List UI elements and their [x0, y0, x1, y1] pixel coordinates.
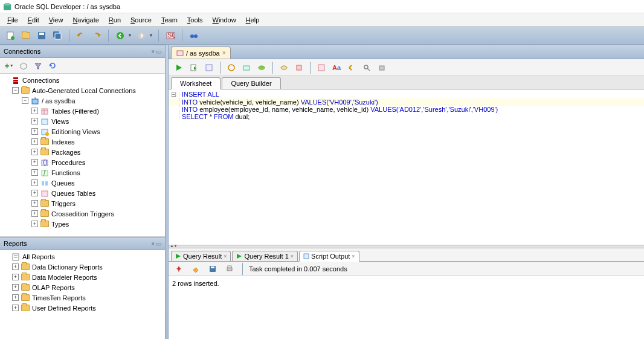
results-panel: Query Result× Query Result 1× Script Out… — [169, 248, 644, 339]
svg-text:ƒ: ƒ — [43, 169, 47, 176]
close-icon[interactable]: × — [224, 253, 227, 259]
tree-functions[interactable]: +ƒFunctions — [0, 167, 165, 178]
sql-editor[interactable]: ⊟INSERT ALL INTO vehicle(vehicle_id, veh… — [169, 89, 644, 245]
menu-window[interactable]: Window — [207, 15, 240, 25]
menu-file[interactable]: File — [2, 15, 23, 25]
open-button[interactable] — [19, 29, 33, 42]
menu-edit[interactable]: Edit — [23, 15, 44, 25]
tree-types[interactable]: +Types — [0, 219, 165, 229]
restore-icon[interactable]: ▭ — [156, 48, 161, 55]
refresh-button[interactable] — [46, 59, 59, 73]
menu-navigate[interactable]: Navigate — [68, 15, 103, 25]
tree-data-dict-reports[interactable]: +Data Dictionary Reports — [0, 262, 165, 272]
upper-lower-button[interactable]: Aa — [330, 61, 343, 74]
unshared-button[interactable] — [292, 61, 306, 74]
back-button[interactable]: ▼ — [114, 29, 132, 42]
tree-connection[interactable]: −/ as sysdba — [0, 95, 165, 106]
document-tab-sysdba[interactable]: / as sysdba × — [171, 47, 231, 59]
tree-data-modeler-reports[interactable]: +Data Modeler Reports — [0, 272, 165, 282]
svg-rect-50 — [228, 266, 231, 268]
editor-toolbar: Aa — [169, 59, 644, 76]
reports-restore-icon[interactable]: ▭ — [156, 241, 161, 247]
close-tab-icon[interactable]: × — [222, 50, 226, 56]
undo-button[interactable] — [74, 29, 88, 42]
tree-crossedition-triggers[interactable]: +Crossedition Triggers — [0, 208, 165, 219]
menu-help[interactable]: Help — [241, 15, 265, 25]
svg-point-13 — [194, 34, 198, 38]
bookmark-button[interactable] — [375, 61, 388, 74]
svg-point-9 — [138, 32, 145, 39]
clear-button[interactable] — [315, 61, 328, 74]
menu-run[interactable]: Run — [104, 15, 126, 25]
rollback-button[interactable] — [277, 61, 291, 74]
title-bar: Oracle SQL Developer : / as sysdba — [0, 0, 644, 13]
minimize-icon[interactable]: × — [151, 48, 155, 55]
menu-team[interactable]: Team — [156, 15, 182, 25]
save-button[interactable] — [35, 29, 48, 42]
save-all-button[interactable] — [51, 29, 64, 42]
tab-query-builder[interactable]: Query Builder — [222, 77, 280, 89]
connections-tree[interactable]: Connections −Auto-Generated Local Connec… — [0, 74, 165, 236]
reports-tree[interactable]: All Reports +Data Dictionary Reports +Da… — [0, 250, 165, 339]
new-button[interactable] — [4, 29, 17, 42]
tree-all-reports[interactable]: All Reports — [0, 251, 165, 262]
autotrace-button[interactable] — [225, 61, 238, 74]
svg-rect-49 — [227, 268, 232, 271]
script-output-body[interactable]: 2 rows inserted. — [169, 276, 644, 339]
tree-packages[interactable]: +Packages — [0, 147, 165, 157]
close-icon[interactable]: × — [352, 253, 355, 259]
erase-button[interactable] — [189, 262, 202, 276]
binoculars-button[interactable] — [187, 29, 201, 42]
explain-plan-button[interactable] — [202, 61, 216, 74]
sql-button[interactable]: SQL — [164, 29, 177, 42]
tree-timesten-reports[interactable]: +TimesTen Reports — [0, 292, 165, 303]
menu-bar: File Edit View Navigate Run Source Team … — [0, 13, 644, 27]
tree-tables[interactable]: +Tables (Filtered) — [0, 106, 165, 116]
pin-button[interactable] — [172, 262, 185, 276]
tree-user-defined-reports[interactable]: +User Defined Reports — [0, 303, 165, 313]
new-connection-button[interactable]: +▼ — [2, 59, 16, 73]
tab-query-result[interactable]: Query Result× — [171, 251, 231, 261]
close-icon[interactable]: × — [291, 253, 294, 259]
tree-procedures[interactable]: +()Procedures — [0, 157, 165, 167]
sql-tuning-button[interactable] — [240, 61, 253, 74]
tree-views[interactable]: +Views — [0, 116, 165, 126]
redo-button[interactable] — [90, 29, 103, 42]
reports-minimize-icon[interactable]: × — [151, 241, 155, 247]
horizontal-splitter[interactable] — [169, 245, 644, 248]
menu-view[interactable]: View — [44, 15, 68, 25]
tree-queues-tables[interactable]: +Queues Tables — [0, 188, 165, 198]
save-output-button[interactable] — [206, 262, 219, 276]
svg-rect-38 — [243, 66, 250, 70]
tab-script-output[interactable]: Script Output× — [299, 251, 359, 262]
run-script-button[interactable] — [187, 61, 201, 74]
tree-auto-gen[interactable]: −Auto-Generated Local Connections — [0, 85, 165, 95]
svg-rect-7 — [55, 33, 61, 39]
print-button[interactable] — [223, 262, 236, 276]
tree-indexes[interactable]: +Indexes — [0, 137, 165, 147]
svg-rect-36 — [206, 65, 212, 71]
find-button[interactable] — [360, 61, 373, 74]
commit-button[interactable] — [255, 61, 268, 74]
tree-queues[interactable]: +Queues — [0, 178, 165, 188]
tab-query-result-1[interactable]: Query Result 1× — [232, 251, 298, 261]
filter-button[interactable] — [31, 59, 45, 73]
tree-triggers[interactable]: +Triggers — [0, 198, 165, 208]
run-statement-button[interactable] — [172, 61, 185, 74]
svg-point-40 — [281, 66, 287, 69]
svg-point-3 — [11, 36, 14, 40]
tab-worksheet[interactable]: Worksheet — [171, 77, 221, 89]
menu-source[interactable]: Source — [126, 15, 156, 25]
tree-olap-reports[interactable]: +OLAP Reports — [0, 282, 165, 292]
menu-tools[interactable]: Tools — [182, 15, 208, 25]
history-button[interactable] — [345, 61, 358, 74]
svg-point-23 — [45, 132, 49, 136]
tree-root-connections[interactable]: Connections — [0, 75, 165, 85]
svg-rect-28 — [42, 181, 44, 186]
tns-button[interactable] — [17, 59, 30, 73]
worksheet-tabs: Worksheet Query Builder — [169, 76, 644, 89]
svg-rect-41 — [297, 65, 301, 70]
svg-rect-48 — [211, 266, 214, 268]
forward-button[interactable]: ▼ — [135, 29, 153, 42]
tree-editioning-views[interactable]: +Editioning Views — [0, 126, 165, 137]
